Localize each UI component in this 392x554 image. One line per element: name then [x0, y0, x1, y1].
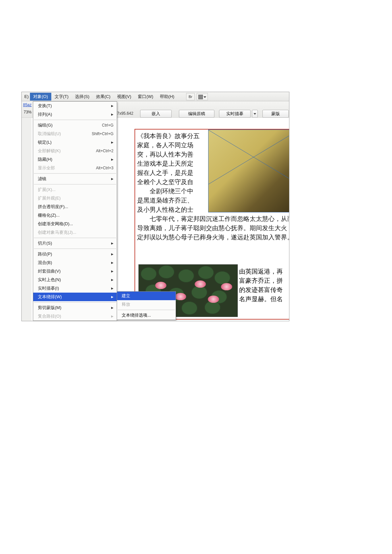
menu-item[interactable]: 路径(P) — [33, 250, 117, 258]
menu-item-label: 实时描摹(I) — [38, 285, 109, 291]
menu-item-label: 拼合透明度(F)... — [38, 204, 113, 210]
paragraph-3: 由英国返港，再 富豪齐乔正，拼 的发迹甚富传奇 名声显赫。但名 — [239, 267, 283, 304]
stray-menu-fragment: E) — [23, 94, 30, 99]
menu-item-label: 扩展外观(E) — [38, 195, 113, 201]
menu-item[interactable]: 混合(B) — [33, 258, 117, 267]
menu-separator — [118, 310, 175, 310]
menu-item-label: 复合路径(O) — [38, 313, 109, 319]
menu-item-label: 封套扭曲(V) — [38, 268, 109, 274]
menu-item[interactable]: 变换(T) — [33, 102, 117, 110]
submenu-item[interactable]: 建立 — [117, 292, 176, 300]
menu-separator — [34, 120, 116, 120]
menu-item[interactable]: 排列(A) — [33, 110, 117, 119]
menu-select[interactable]: 选择(S) — [72, 93, 92, 101]
menu-item-label: 滤镜 — [38, 176, 109, 182]
menu-item[interactable]: 栅格化(Z)... — [33, 211, 117, 220]
menu-item-label: 扩展(X)... — [38, 187, 113, 193]
menu-type[interactable]: 文字(T) — [51, 93, 72, 101]
menu-item-label: 栅格化(Z)... — [38, 212, 113, 218]
menu-separator — [34, 173, 116, 174]
menu-item-label: 取消编组(U) — [38, 131, 92, 137]
artboard: 《我本善良》故事分五 家庭，各人不同立场 突，再以人性本为善 生游戏本是上天所定… — [135, 129, 289, 320]
menu-item[interactable]: 滤镜 — [33, 175, 117, 183]
menu-item[interactable]: 锁定(L) — [33, 138, 117, 147]
bridge-icon[interactable]: Br — [186, 93, 195, 100]
menu-item-label: 混合(B) — [38, 260, 109, 266]
menu-item-label: 路径(P) — [38, 251, 109, 257]
zoom-level[interactable]: 73% — [24, 110, 32, 114]
menu-separator — [34, 184, 116, 184]
submenu-item[interactable]: 文本绕排选项... — [117, 311, 176, 320]
menu-effect[interactable]: 效果(C) — [93, 93, 114, 101]
menu-item[interactable]: 实时上色(N) — [33, 276, 117, 284]
placed-image-top[interactable] — [208, 130, 289, 212]
menu-item[interactable]: 隐藏(H) — [33, 155, 117, 164]
menu-item-label: 显示全部 — [38, 165, 96, 171]
menu-item-label: 剪切蒙版(M) — [38, 305, 109, 311]
menu-bar: E) 对象(O) 文字(T) 选择(S) 效果(C) 视图(V) 窗口(W) 帮… — [22, 92, 289, 101]
menu-item: 显示全部Alt+Ctrl+3 — [33, 164, 117, 172]
menu-item-label: 排列(A) — [38, 111, 109, 117]
menu-item[interactable]: 拼合透明度(F)... — [33, 203, 117, 211]
menu-item-label: 隐藏(H) — [38, 157, 109, 162]
menu-item[interactable]: 文本绕排(W) — [33, 293, 117, 301]
menu-item-label: 变换(T) — [38, 103, 109, 109]
file-link[interactable]: 85az — [23, 103, 32, 107]
menu-item: 全部解锁(K)Alt+Ctrl+2 — [33, 147, 117, 155]
menu-item[interactable]: 剪切蒙版(M) — [33, 303, 117, 312]
edit-original-button[interactable]: 编辑原稿 — [179, 110, 214, 118]
menu-item-label: 切片(S) — [38, 240, 109, 246]
menu-item[interactable]: 创建渐变网格(D)... — [33, 220, 117, 228]
embed-button[interactable]: 嵌入 — [140, 110, 172, 118]
menu-item-accelerator: Shift+Ctrl+G — [92, 132, 113, 136]
mask-button[interactable]: 蒙版 — [262, 110, 289, 118]
submenu-item: 释放 — [117, 300, 176, 309]
menu-item-label: 实时上色(N) — [38, 277, 109, 283]
menu-item-label: 锁定(L) — [38, 139, 109, 145]
menu-item[interactable]: 封套扭曲(V) — [33, 267, 117, 276]
menu-item-label: 文本绕排(W) — [38, 294, 109, 300]
menu-window[interactable]: 窗口(W) — [135, 93, 157, 101]
menu-item-label: 编组(G) — [38, 122, 102, 128]
paragraph-2: 七零年代，蒋定邦因沉迷工作而忽略太太慧心，从而导致离婚，儿子蒋子聪则交由慧心抚养… — [137, 214, 289, 242]
menu-item: 复合路径(O) — [33, 312, 117, 321]
live-trace-dropdown[interactable] — [252, 110, 258, 118]
menu-item: 创建对象马赛克(J)... — [33, 228, 117, 237]
menu-item: 取消编组(U)Shift+Ctrl+G — [33, 130, 117, 138]
menu-item-accelerator: Ctrl+G — [102, 123, 113, 128]
app-window: E) 对象(O) 文字(T) 选择(S) 效果(C) 视图(V) 窗口(W) 帮… — [21, 92, 289, 321]
menu-view[interactable]: 视图(V) — [114, 93, 135, 101]
menu-item[interactable]: 实时描摹(I) — [33, 284, 117, 293]
menu-item: 扩展(X)... — [33, 185, 117, 194]
menu-item[interactable]: 切片(S) — [33, 239, 117, 248]
dimensions-readout: 7x95.642 — [117, 111, 133, 116]
menu-item: 扩展外观(E) — [33, 194, 117, 203]
menu-item-label: 创建渐变网格(D)... — [38, 221, 113, 227]
menu-separator — [34, 249, 116, 249]
object-menu-dropdown: 变换(T)排列(A)编组(G)Ctrl+G取消编组(U)Shift+Ctrl+G… — [33, 101, 117, 321]
menu-help[interactable]: 帮助(H) — [157, 93, 178, 101]
menu-separator — [34, 238, 116, 238]
menu-item-label: 全部解锁(K) — [38, 148, 96, 154]
menu-object[interactable]: 对象(O) — [30, 93, 51, 101]
live-trace-button[interactable]: 实时描摹 — [219, 110, 251, 118]
menu-item-label: 创建对象马赛克(J)... — [38, 229, 113, 235]
workspace-switcher[interactable] — [197, 93, 208, 100]
menu-separator — [34, 302, 116, 302]
menu-item[interactable]: 编组(G)Ctrl+G — [33, 121, 117, 130]
text-wrap-submenu: 建立释放文本绕排选项... — [117, 291, 176, 320]
menu-item-accelerator: Alt+Ctrl+2 — [96, 149, 113, 153]
menu-item-accelerator: Alt+Ctrl+3 — [96, 166, 113, 170]
